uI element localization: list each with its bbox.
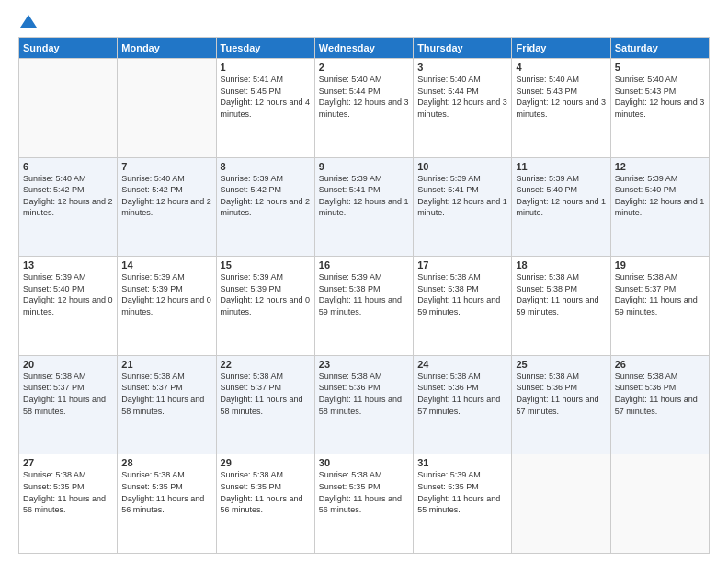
day-detail: Sunrise: 5:38 AM Sunset: 5:37 PM Dayligh… xyxy=(615,271,705,317)
day-number: 7 xyxy=(121,161,211,172)
day-detail: Sunrise: 5:39 AM Sunset: 5:40 PM Dayligh… xyxy=(516,173,606,219)
day-number: 1 xyxy=(221,62,311,73)
calendar-cell xyxy=(19,59,118,158)
day-detail: Sunrise: 5:40 AM Sunset: 5:44 PM Dayligh… xyxy=(417,74,507,120)
day-detail: Sunrise: 5:39 AM Sunset: 5:38 PM Dayligh… xyxy=(319,271,409,317)
day-number: 27 xyxy=(23,457,113,468)
logo xyxy=(18,15,37,28)
day-number: 26 xyxy=(615,359,705,370)
calendar-cell: 22Sunrise: 5:38 AM Sunset: 5:37 PM Dayli… xyxy=(216,355,314,454)
day-header-monday: Monday xyxy=(118,38,216,59)
calendar-cell xyxy=(610,454,709,554)
day-detail: Sunrise: 5:39 AM Sunset: 5:39 PM Dayligh… xyxy=(121,271,211,317)
day-number: 24 xyxy=(417,359,507,370)
day-detail: Sunrise: 5:40 AM Sunset: 5:44 PM Dayligh… xyxy=(319,74,409,120)
day-detail: Sunrise: 5:40 AM Sunset: 5:42 PM Dayligh… xyxy=(121,173,211,219)
calendar-cell: 8Sunrise: 5:39 AM Sunset: 5:42 PM Daylig… xyxy=(216,157,314,257)
calendar-week-row: 27Sunrise: 5:38 AM Sunset: 5:35 PM Dayli… xyxy=(19,454,710,554)
day-header-wednesday: Wednesday xyxy=(314,38,413,59)
calendar-cell: 5Sunrise: 5:40 AM Sunset: 5:43 PM Daylig… xyxy=(610,59,709,158)
calendar-cell: 31Sunrise: 5:39 AM Sunset: 5:35 PM Dayli… xyxy=(414,454,512,554)
day-number: 3 xyxy=(417,62,507,73)
day-detail: Sunrise: 5:39 AM Sunset: 5:42 PM Dayligh… xyxy=(221,173,311,219)
calendar-cell: 9Sunrise: 5:39 AM Sunset: 5:41 PM Daylig… xyxy=(314,157,413,257)
day-number: 9 xyxy=(319,161,409,172)
day-detail: Sunrise: 5:39 AM Sunset: 5:35 PM Dayligh… xyxy=(417,469,507,515)
day-detail: Sunrise: 5:38 AM Sunset: 5:36 PM Dayligh… xyxy=(417,371,507,417)
day-number: 12 xyxy=(615,161,705,172)
day-number: 8 xyxy=(221,161,311,172)
day-number: 19 xyxy=(615,259,705,270)
calendar-cell: 12Sunrise: 5:39 AM Sunset: 5:40 PM Dayli… xyxy=(610,157,709,257)
calendar-week-row: 13Sunrise: 5:39 AM Sunset: 5:40 PM Dayli… xyxy=(19,257,710,356)
day-detail: Sunrise: 5:39 AM Sunset: 5:39 PM Dayligh… xyxy=(221,271,311,317)
calendar-table: SundayMondayTuesdayWednesdayThursdayFrid… xyxy=(18,37,710,554)
calendar-cell: 6Sunrise: 5:40 AM Sunset: 5:42 PM Daylig… xyxy=(19,157,118,257)
day-detail: Sunrise: 5:41 AM Sunset: 5:45 PM Dayligh… xyxy=(221,74,311,120)
day-number: 11 xyxy=(516,161,606,172)
day-number: 22 xyxy=(221,359,311,370)
day-header-thursday: Thursday xyxy=(414,38,512,59)
calendar-cell: 1Sunrise: 5:41 AM Sunset: 5:45 PM Daylig… xyxy=(216,59,314,158)
day-number: 6 xyxy=(23,161,113,172)
day-number: 17 xyxy=(417,259,507,270)
day-header-friday: Friday xyxy=(512,38,610,59)
calendar-cell xyxy=(512,454,610,554)
calendar-cell: 14Sunrise: 5:39 AM Sunset: 5:39 PM Dayli… xyxy=(118,257,216,356)
day-detail: Sunrise: 5:39 AM Sunset: 5:40 PM Dayligh… xyxy=(23,271,113,317)
calendar-cell: 16Sunrise: 5:39 AM Sunset: 5:38 PM Dayli… xyxy=(314,257,413,356)
calendar-cell: 7Sunrise: 5:40 AM Sunset: 5:42 PM Daylig… xyxy=(118,157,216,257)
calendar-cell xyxy=(118,59,216,158)
day-detail: Sunrise: 5:38 AM Sunset: 5:37 PM Dayligh… xyxy=(23,371,113,417)
calendar-cell: 13Sunrise: 5:39 AM Sunset: 5:40 PM Dayli… xyxy=(19,257,118,356)
day-number: 4 xyxy=(516,62,606,73)
day-detail: Sunrise: 5:38 AM Sunset: 5:37 PM Dayligh… xyxy=(121,371,211,417)
day-number: 21 xyxy=(121,359,211,370)
calendar-cell: 4Sunrise: 5:40 AM Sunset: 5:43 PM Daylig… xyxy=(512,59,610,158)
day-number: 28 xyxy=(121,457,211,468)
day-number: 20 xyxy=(23,359,113,370)
day-header-tuesday: Tuesday xyxy=(216,38,314,59)
day-number: 16 xyxy=(319,259,409,270)
calendar-header-row: SundayMondayTuesdayWednesdayThursdayFrid… xyxy=(19,38,710,59)
calendar-week-row: 20Sunrise: 5:38 AM Sunset: 5:37 PM Dayli… xyxy=(19,355,710,454)
day-detail: Sunrise: 5:38 AM Sunset: 5:38 PM Dayligh… xyxy=(417,271,507,317)
calendar-cell: 29Sunrise: 5:38 AM Sunset: 5:35 PM Dayli… xyxy=(216,454,314,554)
calendar-cell: 18Sunrise: 5:38 AM Sunset: 5:38 PM Dayli… xyxy=(512,257,610,356)
svg-marker-0 xyxy=(20,15,37,28)
calendar-cell: 20Sunrise: 5:38 AM Sunset: 5:37 PM Dayli… xyxy=(19,355,118,454)
day-detail: Sunrise: 5:38 AM Sunset: 5:36 PM Dayligh… xyxy=(319,371,409,417)
day-detail: Sunrise: 5:39 AM Sunset: 5:41 PM Dayligh… xyxy=(417,173,507,219)
day-detail: Sunrise: 5:39 AM Sunset: 5:41 PM Dayligh… xyxy=(319,173,409,219)
calendar-cell: 26Sunrise: 5:38 AM Sunset: 5:36 PM Dayli… xyxy=(610,355,709,454)
calendar-cell: 28Sunrise: 5:38 AM Sunset: 5:35 PM Dayli… xyxy=(118,454,216,554)
day-number: 31 xyxy=(417,457,507,468)
calendar-cell: 27Sunrise: 5:38 AM Sunset: 5:35 PM Dayli… xyxy=(19,454,118,554)
day-number: 13 xyxy=(23,259,113,270)
calendar-cell: 23Sunrise: 5:38 AM Sunset: 5:36 PM Dayli… xyxy=(314,355,413,454)
header xyxy=(18,15,710,28)
page: SundayMondayTuesdayWednesdayThursdayFrid… xyxy=(0,0,728,563)
day-number: 14 xyxy=(121,259,211,270)
calendar-cell: 3Sunrise: 5:40 AM Sunset: 5:44 PM Daylig… xyxy=(414,59,512,158)
calendar-week-row: 1Sunrise: 5:41 AM Sunset: 5:45 PM Daylig… xyxy=(19,59,710,158)
calendar-cell: 21Sunrise: 5:38 AM Sunset: 5:37 PM Dayli… xyxy=(118,355,216,454)
calendar-cell: 30Sunrise: 5:38 AM Sunset: 5:35 PM Dayli… xyxy=(314,454,413,554)
calendar-cell: 19Sunrise: 5:38 AM Sunset: 5:37 PM Dayli… xyxy=(610,257,709,356)
calendar-cell: 24Sunrise: 5:38 AM Sunset: 5:36 PM Dayli… xyxy=(414,355,512,454)
day-detail: Sunrise: 5:38 AM Sunset: 5:35 PM Dayligh… xyxy=(121,469,211,515)
day-detail: Sunrise: 5:38 AM Sunset: 5:35 PM Dayligh… xyxy=(319,469,409,515)
day-number: 15 xyxy=(221,259,311,270)
calendar-week-row: 6Sunrise: 5:40 AM Sunset: 5:42 PM Daylig… xyxy=(19,157,710,257)
calendar-cell: 15Sunrise: 5:39 AM Sunset: 5:39 PM Dayli… xyxy=(216,257,314,356)
day-detail: Sunrise: 5:39 AM Sunset: 5:40 PM Dayligh… xyxy=(615,173,705,219)
day-detail: Sunrise: 5:38 AM Sunset: 5:35 PM Dayligh… xyxy=(221,469,311,515)
day-detail: Sunrise: 5:38 AM Sunset: 5:36 PM Dayligh… xyxy=(516,371,606,417)
day-header-sunday: Sunday xyxy=(19,38,118,59)
day-detail: Sunrise: 5:38 AM Sunset: 5:35 PM Dayligh… xyxy=(23,469,113,515)
day-number: 5 xyxy=(615,62,705,73)
calendar-cell: 2Sunrise: 5:40 AM Sunset: 5:44 PM Daylig… xyxy=(314,59,413,158)
day-number: 10 xyxy=(417,161,507,172)
calendar-cell: 10Sunrise: 5:39 AM Sunset: 5:41 PM Dayli… xyxy=(414,157,512,257)
logo-icon xyxy=(20,15,37,28)
